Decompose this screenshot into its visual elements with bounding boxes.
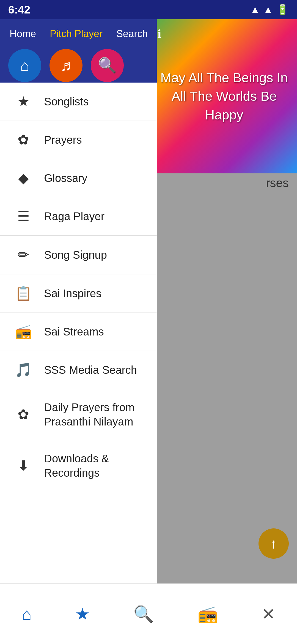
bottom-star-icon: ★ [75, 604, 90, 624]
calendar-icon: 📋 [14, 285, 33, 301]
background-image: May All The Beings In All The Worlds Be … [151, 19, 297, 173]
drawer-item-prayers[interactable]: ✿ Prayers [0, 121, 157, 159]
status-bar: 6:42 ▲ ▲ 🔋 [0, 0, 297, 19]
drawer-item-song-signup[interactable]: ✏ Song Signup [0, 236, 157, 274]
bottom-nav-favorites[interactable]: ★ [70, 599, 95, 629]
bottom-search-icon: 🔍 [133, 604, 154, 624]
drawer-label-downloads-recordings: Downloads & Recordings [44, 451, 143, 480]
bottom-radio-icon: 📻 [197, 604, 218, 624]
drawer-item-sai-streams[interactable]: 📻 Sai Streams [0, 313, 157, 351]
header-nav-icons: ⌂ ♬ 🔍 [0, 48, 157, 83]
tab-pitch-player[interactable]: Pitch Player [43, 25, 109, 42]
drawer-label-sai-inspires: Sai Inspires [44, 286, 101, 301]
download-icon: ⬇ [14, 458, 33, 474]
info-button[interactable]: ℹ [155, 25, 164, 43]
courses-text: rses [266, 176, 289, 190]
drawer-label-songlists: Songlists [44, 94, 89, 109]
bottom-nav-close[interactable]: ✕ [256, 599, 281, 629]
battery-icon: 🔋 [276, 4, 289, 15]
header: Home Pitch Player Search ℹ ⌂ ♬ 🔍 [0, 19, 157, 83]
background-text: May All The Beings In All The Worlds Be … [151, 63, 297, 130]
fab-scroll-up-button[interactable]: ↑ [258, 528, 289, 559]
drawer-label-raga-player: Raga Player [44, 209, 105, 223]
pencil-icon: ✏ [14, 247, 33, 263]
tab-search[interactable]: Search [109, 25, 155, 42]
drawer-label-prayers: Prayers [44, 133, 82, 147]
bottom-nav-radio[interactable]: 📻 [192, 599, 224, 629]
bottom-close-icon: ✕ [262, 604, 275, 624]
header-tabs: Home Pitch Player Search ℹ [0, 19, 157, 48]
bottom-nav-search[interactable]: 🔍 [128, 599, 160, 629]
drawer-item-sai-inspires[interactable]: 📋 Sai Inspires [0, 274, 157, 313]
pitch-player-nav-button[interactable]: ♬ [50, 49, 82, 82]
music-search-icon: 🎵 [14, 362, 33, 378]
drawer-menu: ★ Songlists ✿ Prayers ◆ Glossary ☰ Raga … [0, 83, 157, 583]
home-icon: ⌂ [20, 57, 29, 74]
drawer-label-sss-media-search: SSS Media Search [44, 363, 137, 377]
bottom-nav-home[interactable]: ⌂ [16, 599, 37, 629]
signal-icon: ▲ [263, 4, 273, 15]
sliders-icon: ☰ [14, 208, 33, 224]
drawer-label-daily-prayers: Daily Prayers from Prasanthi Nilayam [44, 400, 143, 429]
drawer-label-sai-streams: Sai Streams [44, 324, 104, 339]
bottom-navigation: ⌂ ★ 🔍 📻 ✕ [0, 583, 297, 644]
drawer-item-sss-media-search[interactable]: 🎵 SSS Media Search [0, 351, 157, 389]
drawer-item-raga-player[interactable]: ☰ Raga Player [0, 197, 157, 236]
search-icon: 🔍 [98, 56, 117, 74]
tag-icon: ◆ [14, 170, 33, 186]
status-icons: ▲ ▲ 🔋 [250, 4, 289, 15]
drawer-item-songlists[interactable]: ★ Songlists [0, 83, 157, 121]
lotus-icon: ✿ [14, 406, 33, 422]
wifi-icon: ▲ [250, 4, 260, 15]
drawer-label-glossary: Glossary [44, 171, 87, 185]
drawer-item-glossary[interactable]: ◆ Glossary [0, 159, 157, 197]
drawer-item-downloads-recordings[interactable]: ⬇ Downloads & Recordings [0, 440, 157, 491]
pitch-icon: ♬ [60, 57, 72, 74]
bottom-home-icon: ⌂ [22, 605, 32, 624]
status-time: 6:42 [8, 4, 30, 16]
drawer-label-song-signup: Song Signup [44, 248, 107, 262]
flower-icon: ✿ [14, 132, 33, 148]
tab-home[interactable]: Home [3, 25, 43, 42]
drawer-item-daily-prayers[interactable]: ✿ Daily Prayers from Prasanthi Nilayam [0, 389, 157, 440]
home-nav-button[interactable]: ⌂ [8, 49, 41, 82]
search-nav-button[interactable]: 🔍 [91, 49, 124, 82]
star-icon: ★ [14, 94, 33, 110]
radio-icon: 📻 [14, 324, 33, 340]
